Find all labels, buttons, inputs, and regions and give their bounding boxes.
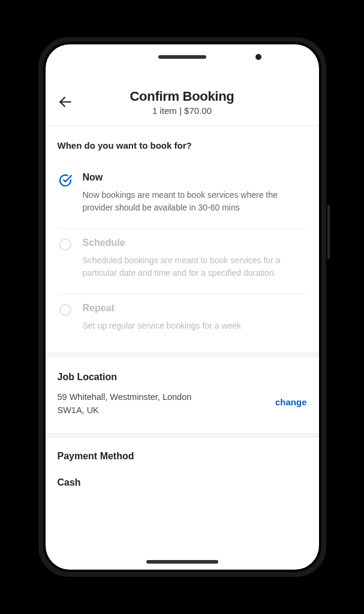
address-line-1: 59 Whitehall, Westminster, London bbox=[58, 391, 268, 404]
section-divider bbox=[46, 433, 319, 438]
radio-empty-icon bbox=[59, 304, 71, 316]
address-line-2: SW1A, UK bbox=[58, 404, 268, 417]
option-repeat-label: Repeat bbox=[83, 303, 307, 314]
option-schedule-desc: Scheduled bookings are meant to book ser… bbox=[83, 254, 307, 279]
radio-empty-icon bbox=[59, 239, 71, 251]
back-button[interactable] bbox=[58, 94, 73, 112]
option-repeat[interactable]: Repeat Set up regular service bookings f… bbox=[58, 294, 307, 347]
option-schedule[interactable]: Schedule Scheduled bookings are meant to… bbox=[58, 229, 307, 294]
phone-inner: Confirm Booking 1 item | $70.00 When do … bbox=[43, 42, 321, 572]
phone-frame: Confirm Booking 1 item | $70.00 When do … bbox=[38, 37, 326, 577]
option-now-content: Now Now bookings are meant to book servi… bbox=[83, 172, 307, 214]
phone-camera bbox=[255, 54, 261, 60]
screen: Confirm Booking 1 item | $70.00 When do … bbox=[46, 44, 319, 570]
payment-value: Cash bbox=[58, 477, 307, 488]
option-repeat-content: Repeat Set up regular service bookings f… bbox=[83, 303, 307, 332]
option-now-radio bbox=[58, 173, 73, 190]
location-address: 59 Whitehall, Westminster, London SW1A, … bbox=[58, 391, 268, 417]
option-now[interactable]: Now Now bookings are meant to book servi… bbox=[58, 164, 307, 229]
phone-shadow bbox=[50, 590, 314, 602]
option-schedule-label: Schedule bbox=[83, 237, 307, 248]
phone-power-button bbox=[327, 205, 330, 259]
option-repeat-desc: Set up regular service bookings for a we… bbox=[83, 320, 307, 332]
option-now-desc: Now bookings are meant to book services … bbox=[83, 189, 307, 214]
booking-time-question: When do you want to book for? bbox=[58, 140, 307, 151]
page-title: Confirm Booking bbox=[58, 89, 307, 104]
page-subtitle: 1 item | $70.00 bbox=[58, 106, 307, 116]
arrow-left-icon bbox=[58, 94, 73, 112]
location-title: Job Location bbox=[58, 372, 307, 383]
change-location-link[interactable]: change bbox=[275, 397, 307, 407]
phone-speaker bbox=[158, 55, 206, 59]
header: Confirm Booking 1 item | $70.00 bbox=[46, 80, 319, 126]
location-section: Job Location 59 Whitehall, Westminster, … bbox=[46, 357, 319, 433]
section-divider bbox=[46, 353, 319, 357]
booking-time-section: When do you want to book for? Now bbox=[46, 126, 319, 353]
header-center: Confirm Booking 1 item | $70.00 bbox=[58, 89, 307, 116]
location-row: 59 Whitehall, Westminster, London SW1A, … bbox=[58, 391, 307, 417]
option-repeat-radio bbox=[58, 304, 73, 316]
home-indicator bbox=[146, 560, 218, 564]
payment-title: Payment Method bbox=[58, 451, 307, 462]
option-schedule-radio bbox=[58, 239, 73, 251]
screen-content: Confirm Booking 1 item | $70.00 When do … bbox=[46, 80, 319, 558]
option-schedule-content: Schedule Scheduled bookings are meant to… bbox=[83, 237, 307, 279]
payment-section: Payment Method Cash bbox=[46, 438, 319, 488]
option-now-label: Now bbox=[83, 172, 307, 183]
check-circle-icon bbox=[58, 173, 73, 190]
